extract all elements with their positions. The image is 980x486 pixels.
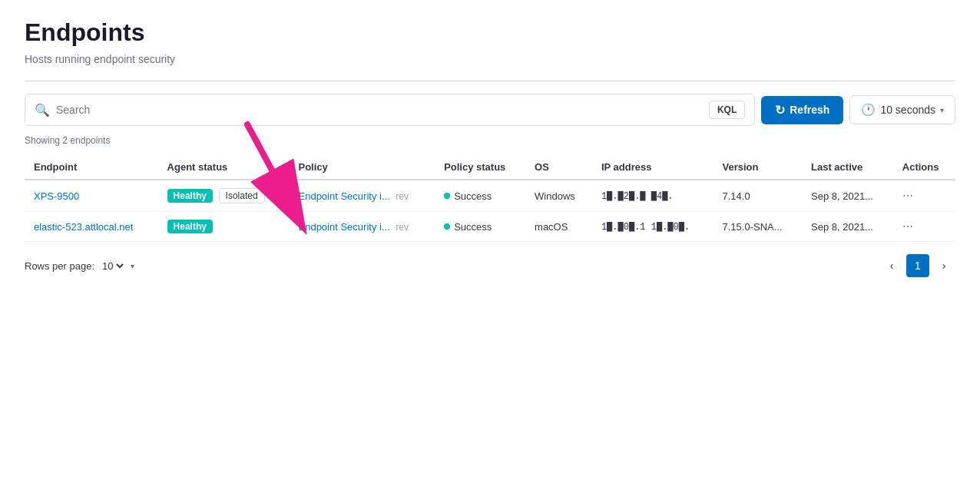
col-os: OS bbox=[525, 155, 592, 180]
col-last-active: Last active bbox=[802, 155, 893, 180]
policy-status-success: Success bbox=[444, 190, 516, 202]
status-dot-icon bbox=[444, 193, 450, 199]
os-cell-2: macOS bbox=[525, 212, 592, 242]
page-subtitle: Hosts running endpoint security bbox=[25, 53, 955, 65]
policy-cell: Endpoint Security i... rev bbox=[290, 212, 435, 242]
refresh-button[interactable]: ↻ Refresh bbox=[761, 96, 843, 124]
version-cell-2: 7.15.0-SNA... bbox=[713, 212, 803, 242]
ip-cell: 1█.█2█.█ █4█. bbox=[592, 180, 713, 212]
page-1-button[interactable]: 1 bbox=[906, 254, 929, 277]
status-dot-icon-2 bbox=[444, 223, 450, 230]
col-actions: Actions bbox=[893, 155, 955, 180]
status-badge-healthy: Healthy bbox=[167, 189, 213, 203]
version-cell: 7.14.0 bbox=[713, 180, 803, 212]
rows-per-page-select[interactable]: 10 25 50 bbox=[99, 260, 126, 273]
table-header-row: Endpoint Agent status Policy Policy stat… bbox=[25, 155, 955, 180]
interval-button[interactable]: 🕐 10 seconds ▾ bbox=[849, 95, 955, 124]
endpoints-table-wrapper: Endpoint Agent status Policy Policy stat… bbox=[25, 155, 955, 242]
endpoint-cell: XPS-9500 bbox=[25, 180, 158, 212]
policy-status-cell-2: Success bbox=[435, 212, 525, 242]
clock-icon: 🕐 bbox=[861, 103, 876, 117]
policy-link-row1[interactable]: Endpoint Security i... bbox=[299, 190, 390, 202]
showing-text: Showing 2 endpoints bbox=[25, 135, 955, 146]
toolbar: 🔍 KQL ↻ Refresh 🕐 10 seconds ▾ bbox=[25, 94, 955, 126]
prev-page-button[interactable]: ‹ bbox=[880, 254, 903, 277]
search-box[interactable]: 🔍 KQL bbox=[25, 94, 755, 126]
last-active-cell-2: Sep 8, 2021... bbox=[802, 212, 893, 242]
policy-status-text-2: Success bbox=[454, 221, 492, 233]
page-title: Endpoints bbox=[25, 18, 955, 47]
refresh-label: Refresh bbox=[790, 104, 829, 116]
page-navigation: ‹ 1 › bbox=[880, 254, 955, 277]
status-badge-healthy-2: Healthy bbox=[167, 220, 213, 233]
search-input[interactable] bbox=[56, 104, 703, 116]
chevron-down-rows-icon: ▾ bbox=[131, 262, 134, 270]
actions-menu-icon-2[interactable]: ⋯ bbox=[902, 220, 915, 233]
col-policy-status: Policy status bbox=[435, 155, 525, 180]
refresh-icon: ↻ bbox=[775, 103, 785, 117]
policy-cell: Endpoint Security i... rev bbox=[290, 180, 435, 212]
pagination: Rows per page: 10 25 50 ▾ ‹ 1 › bbox=[25, 254, 955, 277]
last-active-cell: Sep 8, 2021... bbox=[802, 180, 893, 212]
actions-cell: ⋯ bbox=[893, 180, 955, 212]
search-icon: 🔍 bbox=[35, 103, 50, 117]
policy-status-text: Success bbox=[454, 190, 492, 202]
status-badge-isolated: Isolated bbox=[219, 188, 265, 203]
col-ip: IP address bbox=[592, 155, 713, 180]
agent-status-cell: Healthy bbox=[158, 212, 290, 242]
section-divider bbox=[25, 81, 955, 81]
agent-status-cell: Healthy Isolated bbox=[158, 180, 290, 212]
policy-link-row2[interactable]: Endpoint Security i... bbox=[299, 221, 390, 233]
next-page-button[interactable]: › bbox=[932, 254, 955, 277]
policy-status-success-2: Success bbox=[444, 221, 516, 233]
policy-rev-row2: rev bbox=[396, 222, 409, 233]
col-agent-status: Agent status bbox=[158, 155, 290, 180]
interval-label: 10 seconds bbox=[880, 104, 935, 116]
ip-cell-2: 1█.█0█.1 1█.█0█. bbox=[592, 212, 713, 242]
table-row: elastic-523.attlocal.net Healthy Endpoin… bbox=[25, 212, 955, 242]
col-version: Version bbox=[713, 155, 803, 180]
policy-status-cell: Success bbox=[435, 180, 525, 212]
endpoint-cell: elastic-523.attlocal.net bbox=[25, 212, 158, 242]
col-policy: Policy bbox=[290, 155, 435, 180]
rows-per-page-label: Rows per page: bbox=[25, 260, 94, 272]
actions-cell-2: ⋯ bbox=[893, 212, 955, 242]
os-cell: Windows bbox=[525, 180, 592, 212]
ip-address-2: 1█.█0█.1 1█.█0█. bbox=[601, 222, 690, 233]
kql-button[interactable]: KQL bbox=[709, 101, 745, 119]
ip-address: 1█.█2█.█ █4█. bbox=[601, 191, 674, 202]
endpoints-table: Endpoint Agent status Policy Policy stat… bbox=[25, 155, 955, 242]
endpoint-link-xps[interactable]: XPS-9500 bbox=[34, 190, 79, 202]
endpoint-link-elastic[interactable]: elastic-523.attlocal.net bbox=[34, 221, 133, 233]
chevron-down-icon: ▾ bbox=[940, 106, 944, 114]
rows-per-page[interactable]: Rows per page: 10 25 50 ▾ bbox=[25, 260, 134, 273]
actions-menu-icon[interactable]: ⋯ bbox=[902, 190, 915, 202]
policy-rev-row1: rev bbox=[396, 191, 409, 202]
table-row: XPS-9500 Healthy Isolated Endpoint Secur… bbox=[25, 180, 955, 212]
col-endpoint: Endpoint bbox=[25, 155, 158, 180]
